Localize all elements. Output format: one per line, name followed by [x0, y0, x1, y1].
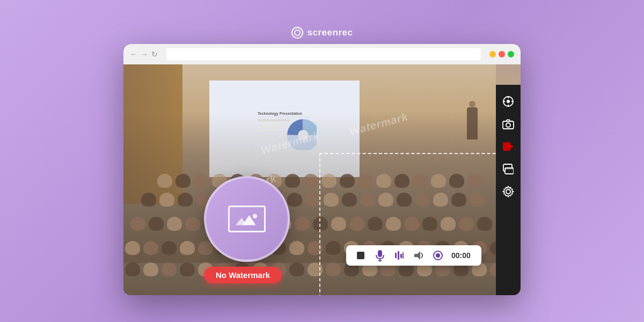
screenrec-logo-icon [291, 27, 303, 39]
recording-controls: 00:00 [346, 245, 481, 266]
right-toolbar [496, 85, 521, 295]
region-select-button[interactable] [498, 91, 518, 112]
window-controls [489, 51, 514, 57]
svg-point-36 [253, 214, 257, 218]
svg-rect-16 [402, 252, 404, 259]
settings-button[interactable] [498, 181, 518, 202]
stop-icon [357, 252, 364, 259]
browser-toolbar: ← → ↻ [123, 44, 521, 64]
refresh-button[interactable]: ↻ [151, 50, 158, 58]
mic-icon [375, 250, 385, 261]
svg-rect-10 [378, 250, 382, 257]
settings-icon [502, 186, 514, 197]
minimize-button[interactable] [489, 51, 496, 57]
webcam-button[interactable] [432, 250, 444, 261]
no-watermark-feature-circle [204, 176, 290, 262]
window-capture-button[interactable] [498, 159, 518, 179]
svg-rect-14 [398, 251, 399, 260]
speaker-button[interactable] [413, 250, 425, 261]
image-icon-box [228, 206, 266, 232]
audience-row-1 [156, 174, 484, 188]
address-bar[interactable] [166, 48, 481, 60]
no-watermark-badge: No Watermark [204, 267, 282, 283]
svg-rect-28 [503, 142, 510, 151]
svg-point-33 [506, 189, 510, 194]
svg-rect-15 [400, 254, 402, 258]
mic-button[interactable] [374, 250, 386, 261]
mountains-icon [233, 211, 260, 228]
brand-name: screenrec [308, 27, 353, 38]
screenshot-button[interactable] [498, 114, 518, 134]
nav-buttons: ← → ↻ [130, 50, 158, 58]
audience-area [123, 113, 521, 263]
stop-button[interactable] [355, 250, 367, 261]
forward-button[interactable]: → [141, 50, 148, 58]
svg-point-21 [507, 100, 510, 103]
speaker-icon [413, 251, 424, 260]
svg-rect-32 [505, 168, 514, 170]
record-icon [502, 142, 514, 151]
audience-row-3 [129, 217, 494, 231]
presenter-figure [467, 107, 478, 140]
top-bar: screenrec [291, 27, 353, 39]
equalizer-button[interactable] [393, 250, 405, 261]
svg-marker-17 [414, 251, 420, 260]
svg-point-19 [436, 253, 440, 258]
close-button[interactable] [499, 51, 505, 57]
brand-bold: rec [338, 27, 353, 38]
back-button[interactable]: ← [130, 50, 137, 58]
brand-plain: screen [308, 27, 339, 38]
equalizer-icon [394, 251, 404, 260]
window-icon [503, 164, 514, 174]
camera-icon [502, 119, 514, 129]
browser-window: ← → ↻ Technology Presentation [123, 44, 521, 295]
record-button[interactable] [498, 136, 518, 157]
webcam-icon [433, 250, 443, 261]
maximize-button[interactable] [508, 51, 514, 57]
svg-marker-29 [510, 144, 514, 149]
browser-content: Technology Presentation [123, 64, 521, 295]
audience-row-2 [140, 193, 486, 207]
region-icon [502, 96, 514, 107]
svg-rect-13 [395, 253, 397, 258]
timer-display: 00:00 [451, 251, 473, 260]
svg-point-27 [506, 123, 510, 127]
